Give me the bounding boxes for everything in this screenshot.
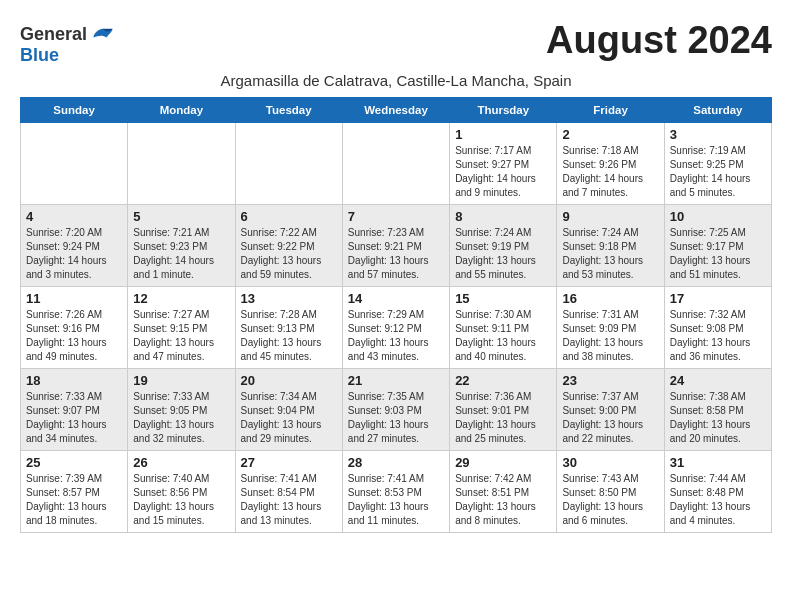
date-number: 20: [241, 373, 337, 388]
cell-info: Sunrise: 7:31 AM Sunset: 9:09 PM Dayligh…: [562, 308, 658, 364]
cell-week3-fri: 16Sunrise: 7:31 AM Sunset: 9:09 PM Dayli…: [557, 287, 664, 369]
cell-week5-mon: 26Sunrise: 7:40 AM Sunset: 8:56 PM Dayli…: [128, 451, 235, 533]
cell-info: Sunrise: 7:37 AM Sunset: 9:00 PM Dayligh…: [562, 390, 658, 446]
date-number: 17: [670, 291, 766, 306]
cell-week3-sat: 17Sunrise: 7:32 AM Sunset: 9:08 PM Dayli…: [664, 287, 771, 369]
week-row-1: 1Sunrise: 7:17 AM Sunset: 9:27 PM Daylig…: [21, 123, 772, 205]
cell-info: Sunrise: 7:18 AM Sunset: 9:26 PM Dayligh…: [562, 144, 658, 200]
cell-info: Sunrise: 7:33 AM Sunset: 9:07 PM Dayligh…: [26, 390, 122, 446]
header-saturday: Saturday: [664, 98, 771, 123]
date-number: 3: [670, 127, 766, 142]
cell-week1-tue: [235, 123, 342, 205]
date-number: 22: [455, 373, 551, 388]
date-number: 7: [348, 209, 444, 224]
cell-week2-sun: 4Sunrise: 7:20 AM Sunset: 9:24 PM Daylig…: [21, 205, 128, 287]
cell-info: Sunrise: 7:41 AM Sunset: 8:53 PM Dayligh…: [348, 472, 444, 528]
cell-week2-tue: 6Sunrise: 7:22 AM Sunset: 9:22 PM Daylig…: [235, 205, 342, 287]
cell-week1-sat: 3Sunrise: 7:19 AM Sunset: 9:25 PM Daylig…: [664, 123, 771, 205]
cell-info: Sunrise: 7:36 AM Sunset: 9:01 PM Dayligh…: [455, 390, 551, 446]
date-number: 28: [348, 455, 444, 470]
cell-week2-mon: 5Sunrise: 7:21 AM Sunset: 9:23 PM Daylig…: [128, 205, 235, 287]
header-tuesday: Tuesday: [235, 98, 342, 123]
cell-info: Sunrise: 7:39 AM Sunset: 8:57 PM Dayligh…: [26, 472, 122, 528]
cell-info: Sunrise: 7:19 AM Sunset: 9:25 PM Dayligh…: [670, 144, 766, 200]
page-header: General Blue August 2024: [20, 20, 772, 66]
logo-text: General Blue: [20, 24, 114, 66]
date-number: 15: [455, 291, 551, 306]
cell-info: Sunrise: 7:34 AM Sunset: 9:04 PM Dayligh…: [241, 390, 337, 446]
title-section: August 2024: [546, 20, 772, 62]
date-number: 24: [670, 373, 766, 388]
date-number: 27: [241, 455, 337, 470]
cell-week1-sun: [21, 123, 128, 205]
cell-week2-wed: 7Sunrise: 7:23 AM Sunset: 9:21 PM Daylig…: [342, 205, 449, 287]
cell-info: Sunrise: 7:26 AM Sunset: 9:16 PM Dayligh…: [26, 308, 122, 364]
cell-info: Sunrise: 7:42 AM Sunset: 8:51 PM Dayligh…: [455, 472, 551, 528]
date-number: 10: [670, 209, 766, 224]
date-number: 23: [562, 373, 658, 388]
cell-week2-fri: 9Sunrise: 7:24 AM Sunset: 9:18 PM Daylig…: [557, 205, 664, 287]
cell-info: Sunrise: 7:25 AM Sunset: 9:17 PM Dayligh…: [670, 226, 766, 282]
main-title: August 2024: [546, 20, 772, 62]
cell-week1-fri: 2Sunrise: 7:18 AM Sunset: 9:26 PM Daylig…: [557, 123, 664, 205]
cell-info: Sunrise: 7:22 AM Sunset: 9:22 PM Dayligh…: [241, 226, 337, 282]
cell-info: Sunrise: 7:27 AM Sunset: 9:15 PM Dayligh…: [133, 308, 229, 364]
cell-week3-wed: 14Sunrise: 7:29 AM Sunset: 9:12 PM Dayli…: [342, 287, 449, 369]
cell-info: Sunrise: 7:24 AM Sunset: 9:18 PM Dayligh…: [562, 226, 658, 282]
cell-info: Sunrise: 7:23 AM Sunset: 9:21 PM Dayligh…: [348, 226, 444, 282]
cell-info: Sunrise: 7:44 AM Sunset: 8:48 PM Dayligh…: [670, 472, 766, 528]
header-monday: Monday: [128, 98, 235, 123]
logo-bird-icon: [92, 27, 114, 45]
subtitle: Argamasilla de Calatrava, Castille-La Ma…: [20, 72, 772, 89]
cell-info: Sunrise: 7:20 AM Sunset: 9:24 PM Dayligh…: [26, 226, 122, 282]
date-number: 5: [133, 209, 229, 224]
cell-week4-fri: 23Sunrise: 7:37 AM Sunset: 9:00 PM Dayli…: [557, 369, 664, 451]
cell-info: Sunrise: 7:43 AM Sunset: 8:50 PM Dayligh…: [562, 472, 658, 528]
cell-week5-sat: 31Sunrise: 7:44 AM Sunset: 8:48 PM Dayli…: [664, 451, 771, 533]
week-row-2: 4Sunrise: 7:20 AM Sunset: 9:24 PM Daylig…: [21, 205, 772, 287]
cell-info: Sunrise: 7:29 AM Sunset: 9:12 PM Dayligh…: [348, 308, 444, 364]
cell-info: Sunrise: 7:21 AM Sunset: 9:23 PM Dayligh…: [133, 226, 229, 282]
date-number: 9: [562, 209, 658, 224]
date-number: 31: [670, 455, 766, 470]
date-number: 19: [133, 373, 229, 388]
cell-info: Sunrise: 7:33 AM Sunset: 9:05 PM Dayligh…: [133, 390, 229, 446]
date-number: 25: [26, 455, 122, 470]
cell-week3-mon: 12Sunrise: 7:27 AM Sunset: 9:15 PM Dayli…: [128, 287, 235, 369]
cell-week5-tue: 27Sunrise: 7:41 AM Sunset: 8:54 PM Dayli…: [235, 451, 342, 533]
logo: General Blue: [20, 24, 114, 66]
date-number: 8: [455, 209, 551, 224]
date-number: 2: [562, 127, 658, 142]
logo-blue: Blue: [20, 45, 59, 65]
cell-week1-mon: [128, 123, 235, 205]
date-number: 18: [26, 373, 122, 388]
date-number: 6: [241, 209, 337, 224]
cell-week4-sat: 24Sunrise: 7:38 AM Sunset: 8:58 PM Dayli…: [664, 369, 771, 451]
cell-info: Sunrise: 7:41 AM Sunset: 8:54 PM Dayligh…: [241, 472, 337, 528]
cell-week4-thu: 22Sunrise: 7:36 AM Sunset: 9:01 PM Dayli…: [450, 369, 557, 451]
cell-week1-thu: 1Sunrise: 7:17 AM Sunset: 9:27 PM Daylig…: [450, 123, 557, 205]
date-number: 11: [26, 291, 122, 306]
cell-week4-wed: 21Sunrise: 7:35 AM Sunset: 9:03 PM Dayli…: [342, 369, 449, 451]
date-number: 1: [455, 127, 551, 142]
logo-general: General: [20, 24, 87, 44]
cell-week5-sun: 25Sunrise: 7:39 AM Sunset: 8:57 PM Dayli…: [21, 451, 128, 533]
header-wednesday: Wednesday: [342, 98, 449, 123]
calendar-table: SundayMondayTuesdayWednesdayThursdayFrid…: [20, 97, 772, 533]
header-row: SundayMondayTuesdayWednesdayThursdayFrid…: [21, 98, 772, 123]
date-number: 21: [348, 373, 444, 388]
date-number: 30: [562, 455, 658, 470]
cell-info: Sunrise: 7:30 AM Sunset: 9:11 PM Dayligh…: [455, 308, 551, 364]
cell-week4-tue: 20Sunrise: 7:34 AM Sunset: 9:04 PM Dayli…: [235, 369, 342, 451]
cell-week5-fri: 30Sunrise: 7:43 AM Sunset: 8:50 PM Dayli…: [557, 451, 664, 533]
cell-week3-tue: 13Sunrise: 7:28 AM Sunset: 9:13 PM Dayli…: [235, 287, 342, 369]
cell-week2-sat: 10Sunrise: 7:25 AM Sunset: 9:17 PM Dayli…: [664, 205, 771, 287]
cell-week1-wed: [342, 123, 449, 205]
week-row-3: 11Sunrise: 7:26 AM Sunset: 9:16 PM Dayli…: [21, 287, 772, 369]
cell-info: Sunrise: 7:17 AM Sunset: 9:27 PM Dayligh…: [455, 144, 551, 200]
cell-week5-thu: 29Sunrise: 7:42 AM Sunset: 8:51 PM Dayli…: [450, 451, 557, 533]
cell-week4-mon: 19Sunrise: 7:33 AM Sunset: 9:05 PM Dayli…: [128, 369, 235, 451]
cell-week2-thu: 8Sunrise: 7:24 AM Sunset: 9:19 PM Daylig…: [450, 205, 557, 287]
date-number: 4: [26, 209, 122, 224]
cell-info: Sunrise: 7:38 AM Sunset: 8:58 PM Dayligh…: [670, 390, 766, 446]
